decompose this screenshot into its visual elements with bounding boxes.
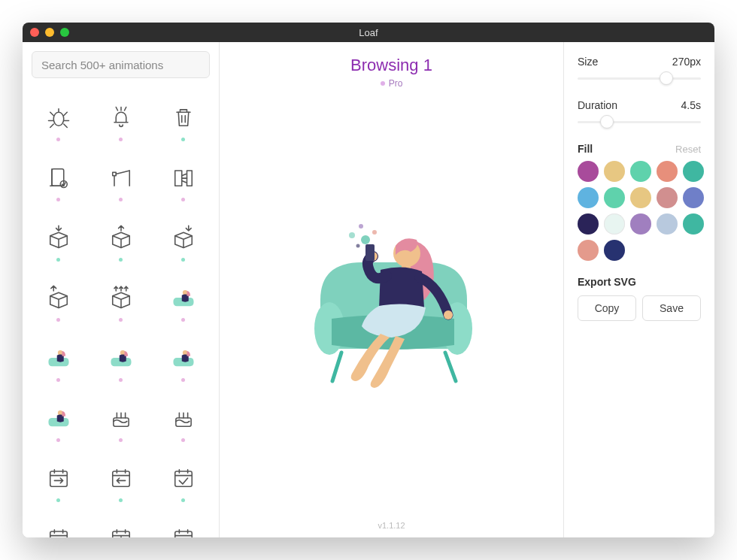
tier-dot-icon [56, 498, 60, 502]
browsing-illus-icon [168, 283, 199, 313]
fill-swatch-5[interactable] [578, 187, 599, 208]
pro-badge-label: Pro [389, 78, 403, 89]
save-button[interactable]: Save [642, 295, 701, 321]
fill-swatch-3[interactable] [657, 161, 678, 182]
svg-point-41 [444, 310, 453, 319]
animation-cell-1[interactable] [93, 90, 149, 144]
barrier-icon [106, 162, 136, 192]
fill-swatch-1[interactable] [604, 161, 625, 182]
tier-dot-icon [119, 138, 123, 141]
animation-cell-15[interactable] [30, 391, 86, 445]
tier-dot-icon [181, 138, 185, 141]
cake-1-icon [106, 403, 136, 433]
animation-cell-14[interactable] [155, 331, 211, 385]
content: Browsing 1 Pro [23, 42, 714, 537]
box-up-icon [44, 283, 74, 313]
animation-cell-5[interactable] [155, 150, 211, 204]
svg-rect-1 [52, 169, 64, 186]
fill-swatch-2[interactable] [630, 161, 651, 182]
calendar-prev-icon [106, 463, 136, 493]
duration-value: 4.5s [681, 99, 701, 111]
fill-swatch-9[interactable] [683, 187, 704, 208]
animation-cell-7[interactable] [93, 210, 149, 265]
fill-swatch-4[interactable] [683, 161, 704, 182]
fill-swatch-14[interactable] [683, 213, 704, 235]
tier-dot-icon [181, 498, 185, 502]
fill-swatch-12[interactable] [630, 213, 651, 235]
fill-label: Fill [578, 143, 593, 155]
copy-button[interactable]: Copy [578, 295, 636, 321]
fill-reset[interactable]: Reset [675, 144, 701, 155]
animation-cell-4[interactable] [93, 150, 149, 204]
animation-cell-11[interactable] [155, 271, 211, 325]
browsing-illustration [290, 202, 493, 408]
bug-icon [44, 102, 74, 132]
duration-slider[interactable] [578, 114, 701, 129]
fill-swatch-15[interactable] [578, 240, 599, 261]
animation-cell-18[interactable] [30, 451, 86, 505]
calendar-heart-icon [44, 523, 74, 537]
tier-dot-icon [56, 138, 60, 141]
animation-cell-0[interactable] [30, 90, 86, 144]
animation-cell-19[interactable] [93, 451, 149, 505]
animation-cell-13[interactable] [93, 331, 149, 385]
animation-grid-scroll[interactable] [23, 87, 219, 537]
export-label: Export SVG [578, 276, 701, 288]
fill-swatch-8[interactable] [657, 187, 678, 208]
fill-swatch-6[interactable] [604, 187, 625, 208]
box-in-icon [44, 222, 74, 253]
size-slider[interactable] [578, 71, 701, 86]
animation-cell-9[interactable] [30, 271, 86, 325]
fill-swatch-0[interactable] [578, 161, 599, 182]
tier-dot-icon [56, 378, 60, 382]
animation-cell-2[interactable] [155, 90, 211, 144]
version-label: v1.1.12 [378, 521, 405, 537]
app-window: Loaf Browsing 1 Pro [23, 23, 714, 537]
fill-swatch-10[interactable] [578, 213, 599, 235]
zoom-window-button[interactable] [60, 28, 69, 37]
animation-cell-22[interactable] [93, 511, 149, 537]
animation-cell-20[interactable] [155, 451, 211, 505]
animation-cell-12[interactable] [30, 331, 86, 385]
bell-icon [106, 102, 136, 132]
turnstile-icon [168, 162, 199, 192]
animation-cell-21[interactable] [30, 511, 86, 537]
fill-swatch-11[interactable] [604, 213, 625, 235]
animation-cell-10[interactable] [93, 271, 149, 325]
fill-swatch-16[interactable] [604, 240, 625, 261]
preview-canvas [220, 89, 563, 521]
fill-swatch-7[interactable] [630, 187, 651, 208]
animation-cell-3[interactable] [30, 150, 86, 204]
pro-badge: Pro [381, 78, 403, 89]
animation-cell-6[interactable] [30, 210, 86, 265]
fill-swatch-13[interactable] [657, 213, 678, 235]
svg-line-36 [445, 353, 456, 381]
close-window-button[interactable] [30, 28, 39, 37]
titlebar: Loaf [23, 23, 714, 42]
svg-rect-19 [112, 471, 129, 486]
svg-point-32 [356, 244, 359, 247]
calendar-check-icon [168, 463, 199, 493]
minimize-window-button[interactable] [45, 28, 54, 37]
box-multi-icon [106, 283, 136, 313]
animation-cell-8[interactable] [155, 210, 211, 265]
tier-dot-icon [119, 258, 123, 262]
animation-cell-16[interactable] [93, 391, 149, 445]
animation-cell-23[interactable] [155, 511, 211, 537]
laptop-sit-1-icon [44, 343, 74, 373]
box-out-icon [106, 222, 136, 253]
settings-panel: Size 270px Duration 4.5s Fill Reset Expo… [564, 42, 714, 537]
svg-point-0 [53, 112, 64, 126]
laptop-sit-2-icon [106, 343, 136, 373]
tier-dot-icon [56, 318, 60, 322]
window-controls [30, 28, 69, 37]
search-input[interactable] [32, 51, 210, 78]
fill-swatches [578, 161, 701, 261]
book-check-icon [44, 162, 74, 192]
animation-cell-17[interactable] [155, 391, 211, 445]
preview-panel: Browsing 1 Pro [220, 42, 564, 537]
svg-rect-21 [50, 531, 67, 537]
svg-rect-20 [174, 471, 192, 486]
tier-dot-icon [119, 378, 123, 382]
svg-rect-5 [187, 171, 192, 186]
